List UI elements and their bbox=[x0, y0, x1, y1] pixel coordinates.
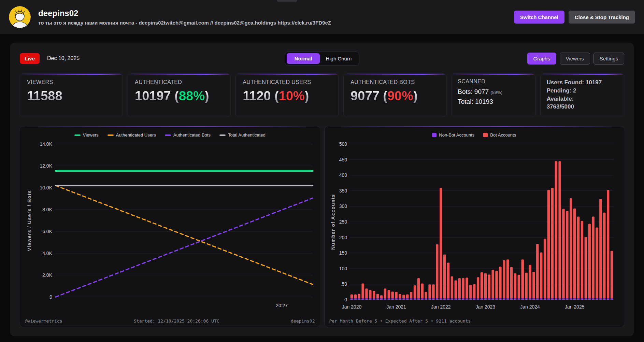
stat-label: AUTHENTICATED bbox=[135, 79, 224, 85]
svg-text:Jan 2023: Jan 2023 bbox=[475, 304, 495, 310]
account-creation-chart-card: Non-Bot AccountsBot Accounts 05010015020… bbox=[324, 126, 625, 327]
mode-option-normal[interactable]: Normal bbox=[287, 53, 320, 64]
legend-swatch bbox=[165, 134, 171, 136]
stat-value: 11588 bbox=[27, 89, 116, 103]
scanned-bots-line: Bots: 9077 (89%) bbox=[458, 87, 529, 97]
avatar-image bbox=[9, 6, 31, 28]
bar-chart-legend: Non-Bot AccountsBot Accounts bbox=[329, 129, 619, 141]
svg-text:8.0K: 8.0K bbox=[42, 207, 52, 212]
channel-avatar bbox=[9, 6, 31, 28]
stat-cards: VIEWERS11588AUTHENTICATED10197 (88%)AUTH… bbox=[20, 73, 446, 117]
stat-card-authenticated-users: AUTHENTICATED USERS1120 (10%) bbox=[235, 73, 339, 117]
svg-text:200: 200 bbox=[339, 234, 347, 240]
svg-text:6.0K: 6.0K bbox=[42, 229, 52, 234]
scanned-bots-percent: (89%) bbox=[490, 90, 502, 95]
svg-text:450: 450 bbox=[339, 157, 347, 162]
legend-label: Bot Accounts bbox=[490, 132, 516, 138]
footer-channel: deepins02 bbox=[291, 318, 315, 324]
stat-value: 9077 (90%) bbox=[350, 89, 439, 103]
mode-option-high-churn[interactable]: High Churn bbox=[320, 53, 357, 64]
stat-value: 10197 (88%) bbox=[135, 89, 224, 103]
legend-label: Authenticated Users bbox=[116, 132, 156, 138]
svg-text:Number of Accounts: Number of Accounts bbox=[330, 194, 336, 250]
charts-row: ViewersAuthenticated UsersAuthenticated … bbox=[20, 126, 624, 327]
quota-card: Users Found: 10197 Pending: 2 Available:… bbox=[540, 73, 624, 117]
view-switcher: Graphs Viewers Settings bbox=[359, 53, 624, 65]
svg-text:250: 250 bbox=[339, 219, 347, 225]
churn-mode-toggle: Normal High Churn bbox=[285, 52, 359, 66]
controls-left: Live Dec 10, 2025 bbox=[20, 53, 285, 64]
controls-row: Live Dec 10, 2025 Normal High Churn Grap… bbox=[20, 52, 624, 65]
stat-percent: 88% bbox=[179, 89, 205, 103]
scanned-total-line: Total: 10193 bbox=[458, 97, 529, 106]
footer-started: Started: 12/10/2025 20:26:06 UTC bbox=[134, 318, 219, 324]
svg-text:Viewers / Users / Bots: Viewers / Users / Bots bbox=[27, 190, 32, 251]
legend-label: Authenticated Bots bbox=[173, 132, 211, 138]
svg-text:Jan 2022: Jan 2022 bbox=[431, 304, 450, 310]
switch-channel-button[interactable]: Switch Channel bbox=[514, 11, 564, 24]
tab-settings[interactable]: Settings bbox=[593, 53, 624, 65]
svg-text:20:27: 20:27 bbox=[276, 303, 288, 308]
top-header: deepins02 то ты это я иежду нами молния … bbox=[0, 0, 644, 34]
close-stop-tracking-button[interactable]: Close & Stop Tracking bbox=[569, 11, 635, 24]
tab-viewers[interactable]: Viewers bbox=[560, 53, 590, 65]
legend-item-authenticated-bots[interactable]: Authenticated Bots bbox=[165, 132, 211, 138]
svg-text:Jan 2024: Jan 2024 bbox=[520, 304, 540, 310]
svg-text:300: 300 bbox=[339, 203, 347, 209]
svg-text:150: 150 bbox=[339, 250, 347, 256]
stat-card-authenticated-bots: AUTHENTICATED BOTS9077 (90%) bbox=[343, 73, 446, 117]
svg-text:500: 500 bbox=[339, 141, 347, 147]
viewer-metrics-line-chart: 02.0K4.0K6.0K8.0K10.0K12.0K14.0K20:27Vie… bbox=[25, 141, 315, 317]
svg-text:0: 0 bbox=[344, 297, 347, 302]
channel-title: deepins02 bbox=[38, 9, 331, 18]
stat-card-viewers: VIEWERS11588 bbox=[20, 73, 123, 117]
svg-text:50: 50 bbox=[342, 281, 347, 287]
legend-item-non-bot-accounts[interactable]: Non-Bot Accounts bbox=[432, 132, 474, 138]
svg-text:100: 100 bbox=[339, 266, 347, 271]
stat-card-authenticated: AUTHENTICATED10197 (88%) bbox=[128, 73, 231, 117]
quota-users-found: Users Found: 10197 bbox=[547, 79, 618, 87]
line-chart-footer: @viewermetrics Started: 12/10/2025 20:26… bbox=[25, 317, 315, 325]
bar-chart-footer: Per Month Before 5 • Expected After 5 • … bbox=[329, 317, 619, 325]
svg-text:14.0K: 14.0K bbox=[40, 141, 52, 147]
stat-label: VIEWERS bbox=[27, 79, 116, 85]
legend-item-total-authenticated[interactable]: Total Authenticated bbox=[219, 132, 266, 138]
viewer-metrics-chart-card: ViewersAuthenticated UsersAuthenticated … bbox=[20, 126, 320, 327]
legend-swatch bbox=[219, 134, 226, 136]
tab-graphs[interactable]: Graphs bbox=[527, 53, 556, 65]
scanned-card: SCANNED Bots: 9077 (89%) Total: 10193 bbox=[451, 73, 535, 117]
quota-available-label: Available: bbox=[547, 95, 618, 103]
legend-swatch bbox=[74, 134, 81, 136]
top-notch bbox=[277, 0, 297, 2]
legend-label: Total Authenticated bbox=[228, 132, 266, 138]
legend-label: Non-Bot Accounts bbox=[439, 132, 474, 138]
svg-text:10.0K: 10.0K bbox=[40, 185, 52, 190]
svg-text:Jan 2020: Jan 2020 bbox=[342, 304, 361, 310]
footer-watermark: @viewermetrics bbox=[25, 318, 62, 324]
live-badge: Live bbox=[20, 53, 40, 64]
legend-label: Viewers bbox=[83, 132, 99, 138]
channel-subtitle: то ты это я иежду нами молния почта - de… bbox=[38, 20, 331, 26]
legend-item-authenticated-users[interactable]: Authenticated Users bbox=[108, 132, 156, 138]
svg-text:12.0K: 12.0K bbox=[40, 163, 52, 169]
stat-percent: 90% bbox=[387, 89, 413, 103]
stat-label: AUTHENTICATED USERS bbox=[243, 79, 331, 85]
stat-label: AUTHENTICATED BOTS bbox=[350, 79, 439, 85]
stream-date: Dec 10, 2025 bbox=[47, 55, 80, 61]
svg-text:2.0K: 2.0K bbox=[42, 272, 52, 278]
line-chart-legend: ViewersAuthenticated UsersAuthenticated … bbox=[25, 129, 315, 141]
scanned-label: SCANNED bbox=[458, 79, 529, 85]
account-creation-bar-chart: 050100150200250300350400450500Number of … bbox=[329, 141, 620, 317]
legend-swatch bbox=[483, 133, 488, 137]
legend-swatch bbox=[432, 133, 437, 137]
svg-text:Jan 2025: Jan 2025 bbox=[564, 304, 584, 310]
quota-available-value: 3763/5000 bbox=[547, 103, 618, 111]
svg-text:4.0K: 4.0K bbox=[42, 251, 52, 256]
svg-text:0: 0 bbox=[49, 294, 52, 300]
header-text: deepins02 то ты это я иежду нами молния … bbox=[38, 9, 331, 26]
stat-value: 1120 (10%) bbox=[243, 89, 331, 103]
legend-item-viewers[interactable]: Viewers bbox=[74, 132, 99, 138]
legend-item-bot-accounts[interactable]: Bot Accounts bbox=[483, 132, 516, 138]
header-actions: Switch Channel Close & Stop Tracking bbox=[514, 11, 635, 24]
svg-text:350: 350 bbox=[339, 188, 347, 194]
